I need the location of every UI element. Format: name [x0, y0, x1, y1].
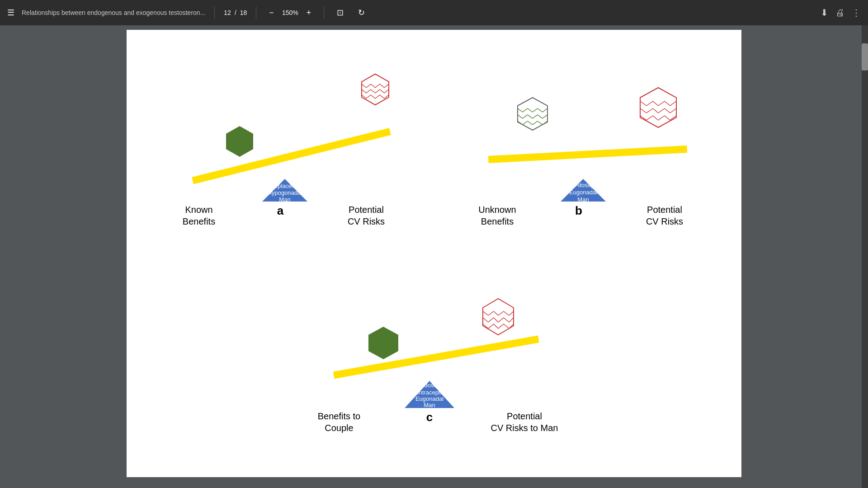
label-left-a: Known Benefits [167, 204, 231, 227]
svg-text:Eugonadal: Eugonadal [569, 189, 597, 196]
zoom-in-button[interactable]: + [303, 6, 315, 19]
svg-text:Contraceptive: Contraceptive [411, 389, 448, 396]
label-center-c: c [402, 410, 457, 424]
svg-text:Hypogonadal: Hypogonadal [268, 189, 302, 196]
content-area: T Replacement Hypogonadal Man [0, 25, 868, 488]
label-right-a: Potential CV Risks [330, 204, 402, 227]
beam-c [333, 336, 539, 379]
label-center-b: b [552, 204, 606, 218]
right-weight-b [640, 88, 676, 127]
document-title: Relationships between endogenous and exo… [22, 9, 205, 16]
label-center-a: a [253, 204, 307, 218]
print-button[interactable]: 🖨 [835, 8, 844, 18]
diagram-a: T Replacement Hypogonadal Man [167, 39, 402, 227]
label-left-b: Unknown Benefits [466, 204, 529, 227]
left-weight-b [518, 98, 547, 130]
toolbar: ☰ Relationships between endogenous and e… [0, 0, 868, 25]
left-weight-a [226, 126, 253, 157]
page-total: 18 [240, 9, 247, 16]
right-weight-c [483, 299, 514, 335]
scrollbar[interactable] [862, 25, 868, 488]
separator-1 [214, 6, 215, 19]
zoom-controls: − 150% + [265, 6, 315, 19]
seesaw-a-svg: T Replacement Hypogonadal Man [167, 39, 402, 202]
page-current[interactable]: 12 [224, 9, 231, 16]
seesaw-c-svg: High-dosage T Contraceptive Eugonadal Ma… [307, 236, 561, 408]
svg-text:Man: Man [424, 402, 435, 408]
labels-row-c: Benefits to Couple c Potential CV Risks … [307, 410, 561, 434]
left-weight-c [368, 327, 398, 359]
svg-text:High-dosage T: High-dosage T [564, 182, 602, 188]
menu-icon[interactable]: ☰ [7, 8, 14, 18]
more-button[interactable]: ⋮ [852, 7, 861, 18]
labels-row-a: Known Benefits a Potential CV Risks [167, 204, 402, 227]
seesaw-b-svg: High-dosage T Eugonadal Man [466, 39, 701, 202]
separator-3 [324, 6, 324, 19]
page-info: 12 / 18 [224, 9, 247, 16]
rotate-button[interactable]: ↻ [354, 6, 368, 19]
label-right-c: Potential CV Risks to Man [488, 410, 561, 434]
document-page: T Replacement Hypogonadal Man [127, 30, 741, 477]
zoom-out-button[interactable]: − [265, 6, 278, 19]
diagram-c: High-dosage T Contraceptive Eugonadal Ma… [307, 236, 561, 434]
download-button[interactable]: ⬇ [821, 7, 828, 18]
zoom-value: 150% [279, 9, 301, 16]
beam-a [192, 128, 391, 184]
toolbar-right: ⬇ 🖨 ⋮ [821, 7, 861, 18]
label-left-c: Benefits to Couple [307, 410, 371, 434]
top-diagram-row: T Replacement Hypogonadal Man [136, 39, 732, 227]
labels-row-b: Unknown Benefits b Potential CV Risks [466, 204, 701, 227]
fit-page-button[interactable]: ⊡ [333, 6, 347, 19]
svg-text:Eugonadal: Eugonadal [415, 395, 443, 402]
svg-text:Man: Man [577, 196, 589, 202]
separator-2 [256, 6, 256, 19]
svg-text:High-dosage T: High-dosage T [410, 382, 448, 389]
svg-text:Man: Man [279, 196, 290, 202]
svg-marker-3 [362, 74, 389, 105]
bottom-diagram-row: High-dosage T Contraceptive Eugonadal Ma… [136, 236, 732, 434]
svg-text:T Replacement: T Replacement [265, 183, 305, 189]
page-separator: / [235, 9, 236, 16]
seesaw-b-container: High-dosage T Eugonadal Man [466, 39, 701, 202]
label-right-b: Potential CV Risks [628, 204, 701, 227]
scrollbar-thumb[interactable] [862, 43, 868, 70]
beam-b [488, 145, 687, 163]
seesaw-a-container: T Replacement Hypogonadal Man [167, 39, 402, 202]
diagram-b: High-dosage T Eugonadal Man [466, 39, 701, 227]
seesaw-c-container: High-dosage T Contraceptive Eugonadal Ma… [307, 236, 561, 408]
